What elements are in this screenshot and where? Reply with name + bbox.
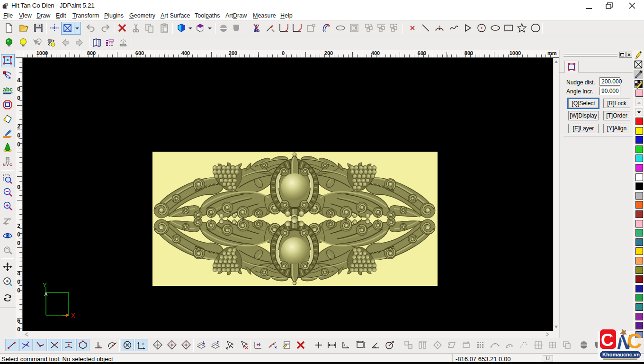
svg-text:C: C <box>9 163 12 167</box>
svg-text:x: x <box>142 341 144 346</box>
svg-text:C: C <box>627 329 642 353</box>
svg-text:abc: abc <box>3 86 13 93</box>
svg-text:Khomaucnc.vn: Khomaucnc.vn <box>602 352 640 357</box>
svg-text:X: X <box>71 312 75 319</box>
svg-text:N: N <box>3 163 6 167</box>
